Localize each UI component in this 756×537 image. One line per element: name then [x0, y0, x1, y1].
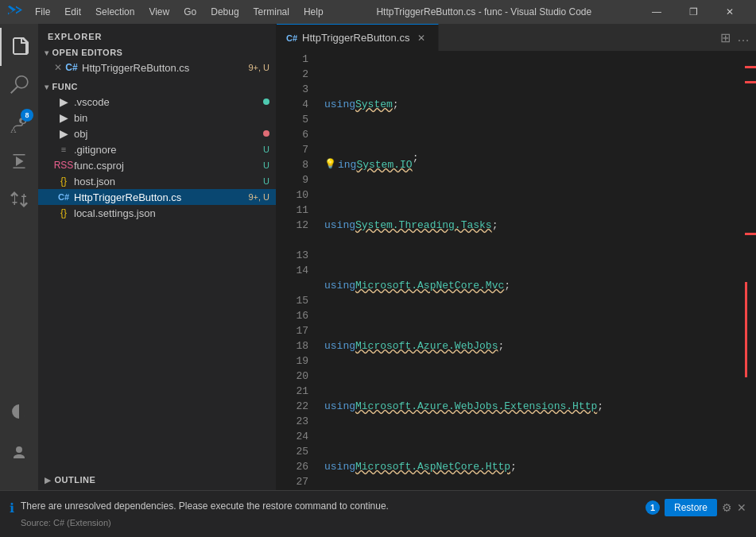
func-chevron: ▾	[45, 83, 49, 91]
notification-gear-icon[interactable]: ⚙	[722, 501, 732, 514]
notification-source: Source: C# (Extension)	[277, 516, 633, 520]
file-obj-name: obj	[74, 128, 263, 140]
func-section-header[interactable]: ▾ Func	[38, 79, 276, 94]
menu-terminal[interactable]: Terminal	[247, 5, 296, 19]
code-line-4: using Microsoft.AspNetCore.Mvc;	[324, 278, 756, 293]
gitignore-icon: ≡	[57, 143, 70, 156]
notification-message: There are unresolved dependencies. Pleas…	[277, 499, 633, 513]
file-hostjson[interactable]: {} host.json U	[38, 173, 276, 189]
code-line-7: using Microsoft.AspNetCore.Http;	[324, 459, 756, 474]
open-editor-filename: HttpTriggerReButton.cs	[82, 62, 248, 74]
tab-close-button[interactable]: ✕	[414, 31, 428, 45]
file-localsettings[interactable]: {} local.settings.json	[38, 205, 276, 221]
editor-tab[interactable]: C# HttpTriggerReButton.cs ✕	[277, 24, 439, 51]
notification-text: There are unresolved dependencies. Pleas…	[277, 499, 633, 520]
file-hostjson-name: host.json	[74, 176, 263, 187]
minimize-button[interactable]: —	[638, 0, 675, 24]
activity-source-control[interactable]: 8	[0, 104, 38, 142]
window-controls[interactable]: — ❐ ✕	[638, 0, 748, 24]
restore-button[interactable]: Restore	[665, 499, 717, 516]
activity-explorer[interactable]	[0, 28, 38, 66]
editor-area: C# HttpTriggerReButton.cs ✕ ⊞ … 12345 67…	[277, 24, 756, 520]
outline-chevron: ▶	[45, 476, 52, 485]
file-httptrigger[interactable]: C# HttpTriggerReButton.cs 9+, U	[38, 189, 276, 205]
menu-selection[interactable]: Selection	[89, 5, 141, 19]
cs-file-icon: C#	[65, 61, 78, 74]
menu-debug[interactable]: Debug	[204, 5, 245, 19]
open-editors-label: Open Editors	[52, 48, 123, 57]
folder-obj-icon: ▶	[57, 127, 70, 140]
file-bin-name: bin	[74, 112, 269, 124]
outline-section[interactable]: ▶ Outline	[38, 472, 276, 488]
menu-view[interactable]: View	[142, 5, 176, 19]
file-httptrigger-name: HttpTriggerReButton.cs	[74, 191, 248, 203]
file-obj[interactable]: ▶ obj	[38, 126, 276, 141]
file-csproj-name: func.csproj	[74, 160, 263, 172]
scrollbar-mark-2	[745, 81, 756, 83]
titlebar-left: File Edit Selection View Go Debug Termin…	[8, 3, 330, 21]
file-csproj[interactable]: RSS func.csproj U	[38, 157, 276, 173]
activity-remote[interactable]	[0, 392, 38, 431]
more-actions-icon[interactable]: …	[737, 30, 750, 44]
folder-icon: ▶	[57, 95, 70, 108]
sidebar: Explorer ▾ Open Editors ✕ C# HttpTrigger…	[38, 24, 277, 520]
split-editor-icon[interactable]: ⊞	[720, 30, 731, 45]
tab-cs-icon: C#	[286, 33, 297, 43]
vscode-logo-icon	[8, 3, 22, 21]
open-editors-section: ▾ Open Editors ✕ C# HttpTriggerReButton.…	[38, 45, 276, 75]
menu-help[interactable]: Help	[297, 5, 330, 19]
titlebar: File Edit Selection View Go Debug Termin…	[0, 0, 756, 24]
activity-extensions[interactable]	[0, 180, 38, 218]
tab-bar: C# HttpTriggerReButton.cs ✕ ⊞ …	[277, 24, 756, 52]
window-title: HttpTriggerReButton.cs - func - Visual S…	[376, 6, 591, 17]
file-gitignore-name: .gitignore	[74, 144, 263, 156]
notification-close-icon[interactable]: ✕	[737, 501, 746, 514]
code-line-1: using System;	[324, 97, 756, 112]
outline-label: Outline	[55, 475, 96, 485]
scrollbar-mark-1	[745, 66, 756, 68]
csproj-icon: RSS	[57, 159, 70, 172]
file-gitignore[interactable]: ≡ .gitignore U	[38, 141, 276, 157]
vscode-dot	[263, 99, 269, 105]
open-editor-item[interactable]: ✕ C# HttpTriggerReButton.cs 9+, U	[38, 60, 276, 75]
notification-actions: 1 Restore ⚙ ✕	[646, 499, 746, 516]
open-editors-header[interactable]: ▾ Open Editors	[38, 45, 276, 60]
menu-go[interactable]: Go	[177, 5, 203, 19]
close-button[interactable]: ✕	[711, 0, 748, 24]
open-editors-chevron: ▾	[45, 48, 49, 57]
sidebar-header: Explorer	[38, 24, 276, 45]
activity-search[interactable]	[0, 66, 38, 104]
menu-bar[interactable]: File Edit Selection View Go Debug Termin…	[29, 5, 330, 19]
code-editor[interactable]: using System; 💡ing System.IO; using Syst…	[316, 52, 756, 520]
code-line-6: using Microsoft.Azure.WebJobs.Extensions…	[324, 399, 756, 414]
maximize-button[interactable]: ❐	[675, 0, 711, 24]
file-vscode[interactable]: ▶ .vscode	[38, 94, 276, 110]
code-line-2: 💡ing System.IO;	[324, 157, 756, 172]
file-bin[interactable]: ▶ bin	[38, 110, 276, 126]
func-section-label: Func	[52, 82, 79, 91]
scrollbar-gutter	[745, 52, 756, 472]
source-control-badge: 8	[21, 109, 33, 122]
menu-edit[interactable]: Edit	[58, 5, 87, 19]
notification-banner: ℹ There are unresolved dependencies. Ple…	[277, 490, 756, 520]
line-numbers: 12345 678910 11121314 15161718 192021222…	[277, 52, 316, 520]
activity-bar: 8	[0, 24, 38, 520]
obj-dot	[263, 130, 269, 137]
folder-bin-icon: ▶	[57, 111, 70, 124]
menu-file[interactable]: File	[29, 5, 56, 19]
activity-account[interactable]	[0, 434, 38, 472]
httptrigger-icon: C#	[57, 191, 70, 203]
code-line-3: using System.Threading.Tasks;	[324, 218, 756, 233]
editor-content: 12345 678910 11121314 15161718 192021222…	[277, 52, 756, 520]
gitignore-badge: U	[263, 145, 269, 154]
activity-run[interactable]	[0, 142, 38, 180]
file-vscode-name: .vscode	[74, 96, 263, 108]
editor-close-icon[interactable]: ✕	[54, 62, 62, 73]
tab-actions[interactable]: ⊞ …	[714, 24, 756, 51]
httptrigger-badge: 9+, U	[248, 192, 269, 202]
notification-badge: 1	[646, 500, 660, 515]
scrollbar-mark-4	[745, 282, 747, 377]
scrollbar-mark-3	[745, 233, 756, 235]
code-line-5: using Microsoft.Azure.WebJobs;	[324, 338, 756, 353]
func-section: ▾ Func ▶ .vscode ▶ bin ▶ obj ≡	[38, 79, 276, 221]
